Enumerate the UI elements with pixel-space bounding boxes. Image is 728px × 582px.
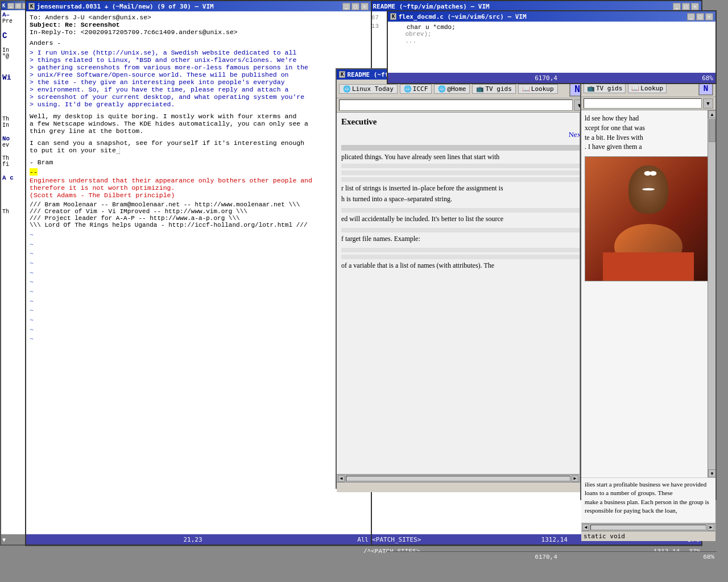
vim-flexdoc-titlebar[interactable]: K flex_docmd.c (~vim/vim6/src) – VIM _ □… (388, 11, 715, 22)
browser-para-3: h is turned into a space–separated strin… (341, 195, 583, 203)
vim-readme-min-btn[interactable]: _ (673, 3, 681, 10)
sec-text-2: xcept for one that was (585, 123, 712, 133)
browser-tab-tv[interactable]: 📺 TV gids (472, 84, 515, 94)
browser-sec-scrollbar[interactable]: ▲ ▼ (708, 110, 715, 477)
body-line-5: to put it on your site█ (30, 147, 367, 154)
sidebar-scroll-icon: ▼ (2, 537, 6, 543)
vim-flexdoc-bottom-center: 6170,4 (535, 554, 557, 560)
sec-hscroll-right[interactable]: ▶ (708, 524, 714, 531)
browser-para-2: r list of strings is inserted in–place b… (341, 184, 583, 193)
hscroll-right-btn[interactable]: ▶ (572, 475, 578, 482)
child-photo (585, 156, 712, 281)
lookup-tab-icon: 📖 (522, 85, 530, 93)
quoted-line-1: > I run Unix.se (http://unix.se), a Swed… (30, 49, 367, 56)
browser-sec-url-dropdown[interactable]: ▼ (703, 98, 713, 109)
sec-text-4: . I have given them a (585, 142, 712, 152)
browser-para-4: ed will accidentally be included. It's b… (341, 215, 583, 223)
home-tab-icon: 🌐 (438, 85, 446, 93)
mail-replyto-line: In-Reply-To: <20020917205709.7c6c1409.an… (30, 28, 367, 36)
body-line-1: Well, my desktop is quite boring. I most… (30, 113, 367, 120)
sidebar-max-btn[interactable]: □ (15, 3, 22, 9)
browser-next-link[interactable]: Next (341, 130, 583, 139)
vim-flexdoc-close-btn[interactable]: ✕ (705, 13, 713, 20)
vim-mail-title: jensenurstad.0031 + (~Mail/new) (9 of 30… (36, 3, 213, 10)
browser-sec-status-text: static void (584, 533, 625, 540)
sec-hscroll-left[interactable]: ◀ (582, 524, 589, 531)
vim-mail-statusbar: 21,23 All (26, 534, 371, 544)
quoted-line-6: > environment. So, if you have the time,… (30, 86, 367, 93)
vim-readme-close-btn[interactable]: ✕ (691, 3, 699, 10)
browser-tab-linux[interactable]: 🌐 Linux Today (339, 84, 398, 94)
quoted-line-3: > gathering screenshots from various mor… (30, 64, 367, 71)
browser-statusbar (337, 482, 588, 492)
sig-link-2: /// Creator of Vim - Vi IMproved -- http… (30, 208, 367, 215)
sec-text-3: te a bit. He lives with (585, 133, 712, 143)
hscroll-left-btn[interactable]: ◀ (338, 475, 345, 482)
sig-quote-2: therefore it is not worth optimizing. (30, 184, 367, 192)
browser-url-area: ▼ (337, 98, 588, 113)
vim-mail-titlebar[interactable]: K jensenurstad.0031 + (~Mail/new) (9 of … (26, 1, 371, 11)
sig-link-1: /// Bram Moolenaar -- Bram@moolenaar.net… (30, 201, 367, 208)
browser-tab-home[interactable]: 🌐 @Home (434, 84, 470, 94)
browser-sec-tab-tv[interactable]: 📺 TV gids (584, 84, 626, 93)
sec-hscroll-track[interactable] (590, 525, 706, 530)
hscroll-track[interactable] (346, 476, 570, 481)
body-line-4: I can send you a snapshot, see for yours… (30, 139, 367, 147)
quoted-line-7: > screenshot of your current desktop, an… (30, 93, 367, 101)
browser-url-input[interactable] (339, 99, 573, 111)
quoted-line-8: > using. It'd be greatly appreciated. (30, 101, 367, 108)
vim-mail-status-right: All (357, 536, 369, 543)
vim-flexdoc-k-icon: K (390, 13, 396, 20)
vim-flexdoc-bottom-right: 68% (703, 554, 714, 560)
vim-mail-close-btn[interactable]: ✕ (361, 3, 369, 10)
vim-mail-min-btn[interactable]: _ (342, 3, 350, 10)
sig-quote-1: Engineers understand that their appearan… (30, 177, 367, 184)
body-line-2: a few Netscape windows. The KDE hides au… (30, 120, 367, 127)
linux-today-label: Linux Today (352, 85, 394, 93)
vim-flexdoc-min-btn[interactable]: _ (687, 13, 695, 20)
sidebar-vim-title: K (2, 3, 5, 9)
iccf-tab-icon: 🌐 (404, 85, 412, 93)
vim-mail-k-icon: K (28, 3, 35, 10)
browser-sec-hscroll[interactable]: ◀ ▶ (581, 523, 715, 531)
sec-lookup-icon: 📖 (631, 85, 639, 92)
browser-sec-url-input[interactable] (584, 98, 702, 109)
browser-tab-lookup[interactable]: 📖 Lookup (518, 84, 558, 94)
sig-link-4: \\\ Lord Of The Rings helps Uganda - htt… (30, 222, 367, 228)
quoted-line-5: > the site - they give an interesting pe… (30, 78, 367, 86)
sec-scroll-down-btn[interactable]: ▼ (708, 469, 715, 477)
browser-main-k-icon: K (339, 71, 345, 78)
vim-mail-window: K jensenurstad.0031 + (~Mail/new) (9 of … (25, 0, 372, 546)
browser-sec-urlbar: ▼ (581, 97, 715, 110)
browser-secondary-window[interactable]: K _ □ ✕ 📺 TV gids 📖 Lookup N ▼ ld see ho… (580, 68, 717, 500)
vim-flexdoc-status-right: 68% (702, 74, 713, 82)
vim-mail-status-center: 21,23 (184, 536, 202, 543)
browser-sec-tab-lookup[interactable]: 📖 Lookup (628, 84, 667, 93)
vim-flexdoc-max-btn[interactable]: □ (696, 13, 704, 20)
browser-para-5: f target file names. Example: (341, 235, 583, 243)
sidebar-min-btn[interactable]: _ (7, 3, 14, 9)
linux-today-tab-label: 🌐 (343, 85, 351, 93)
vim-flexdoc-window: K flex_docmd.c (~vim/vim6/src) – VIM _ □… (387, 10, 717, 84)
tilde-lines: ~~~~~~~~~~~~ (30, 231, 367, 344)
browser-main-window[interactable]: K README (~ftp/vim/patches) – VIM _ □ ✕ … (336, 68, 589, 489)
sig-separator: -- (30, 168, 38, 176)
browser-hscroll[interactable]: ◀ ▶ (337, 474, 588, 482)
browser-sec-content: ld see how they had xcept for one that w… (581, 110, 715, 477)
vim-flexdoc-title: flex_docmd.c (~vim/vim6/src) – VIM (398, 13, 526, 20)
vim-readme-max-btn[interactable]: □ (682, 3, 690, 10)
vim-flexdoc-status-center: 6170,4 (535, 74, 557, 82)
sec-scroll-up-btn[interactable]: ▲ (708, 110, 715, 118)
vim-readme-title: README (~ftp/vim/patches) – VIM (373, 3, 489, 10)
vim-flexdoc-bottom-bar: 6170,4 68% (387, 551, 717, 562)
mail-salutation: Anders - (30, 39, 367, 47)
vim-flexdoc-statusbar: 6170,4 68% (388, 73, 715, 83)
tv-tab-label: TV gids (485, 85, 511, 93)
lookup-tab-label: Lookup (531, 85, 554, 93)
sig-attr: (Scott Adams - The Dilbert principle) (30, 192, 367, 199)
browser-content-area: Executive Next plicated things. You have… (337, 113, 588, 474)
home-tab-label: @Home (447, 85, 466, 93)
browser-tab-iccf[interactable]: 🌐 ICCF (400, 84, 432, 94)
sec-scroll-thumb[interactable] (709, 119, 715, 142)
vim-mail-max-btn[interactable]: □ (351, 3, 359, 10)
